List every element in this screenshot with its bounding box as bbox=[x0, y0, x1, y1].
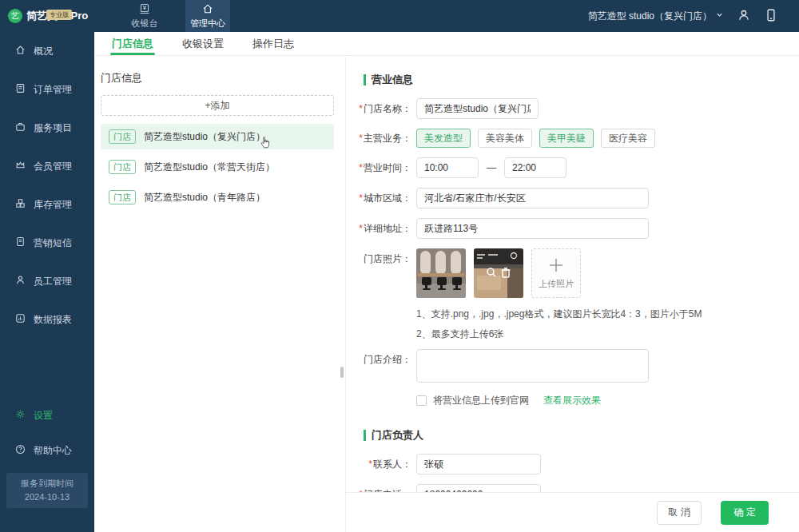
publish-official-checkbox[interactable] bbox=[416, 395, 427, 406]
topbar-right: 简艺造型 studio（复兴门店） bbox=[588, 8, 799, 25]
sidebar-item-reports[interactable]: 数据报表 bbox=[0, 300, 94, 339]
store-tag: 门店 bbox=[109, 190, 136, 204]
store-list-item[interactable]: 门店 简艺造型studio（复兴门店） bbox=[101, 124, 334, 149]
store-intro-textarea[interactable] bbox=[416, 349, 649, 383]
cancel-button[interactable]: 取 消 bbox=[657, 501, 702, 525]
field-label: 详细地址： bbox=[364, 223, 411, 234]
sidebar-item-orders[interactable]: 订单管理 bbox=[0, 70, 94, 109]
store-phone-input[interactable] bbox=[416, 484, 541, 492]
service-bag-icon bbox=[14, 121, 26, 135]
field-business-hours: *营业时间： — bbox=[357, 157, 799, 178]
section-accent-bar bbox=[364, 74, 366, 85]
management-home-icon bbox=[201, 2, 214, 17]
field-store-phone: *门店电话： bbox=[357, 484, 799, 492]
add-store-button[interactable]: +添加 bbox=[101, 95, 334, 116]
required-mark: * bbox=[359, 103, 363, 114]
field-label: 城市区域： bbox=[364, 193, 411, 204]
store-name: 简艺造型studio（常营天街店） bbox=[144, 161, 275, 174]
sidebar: 概况 订单管理 服务项目 会员管理 库存管理 营销短信 员工管理 数据报表 设置… bbox=[0, 32, 94, 532]
sms-icon bbox=[14, 236, 26, 250]
nav-management[interactable]: 管理中心 bbox=[185, 0, 230, 32]
sidebar-item-label: 会员管理 bbox=[34, 160, 72, 173]
required-mark: * bbox=[359, 193, 363, 204]
photo-hint-2: 2、最多支持上传6张 bbox=[416, 328, 799, 341]
store-photo-interior[interactable] bbox=[416, 248, 466, 298]
sidebar-item-label: 帮助中心 bbox=[34, 444, 72, 458]
close-time-input[interactable] bbox=[504, 157, 566, 178]
store-switcher[interactable]: 简艺造型 studio（复兴门店） bbox=[588, 10, 724, 23]
form-footer: 取 消 确 定 bbox=[346, 492, 799, 532]
publish-official-label: 将营业信息上传到官网 bbox=[433, 394, 529, 407]
form-scroll-area: 营业信息 *门店名称： *主营业务： 美发造型 美容美体 美甲美睫 医疗美容 *… bbox=[346, 57, 799, 492]
store-name: 简艺造型studio（青年路店） bbox=[144, 191, 265, 204]
required-mark: * bbox=[359, 162, 363, 173]
cash-register-icon bbox=[138, 2, 151, 17]
store-list-item[interactable]: 门店 简艺造型studio（青年路店） bbox=[101, 185, 334, 210]
service-expiry-label: 服务到期时间 bbox=[8, 477, 86, 490]
order-icon bbox=[14, 82, 26, 97]
tab-cashier-settings[interactable]: 收银设置 bbox=[179, 32, 227, 55]
service-expiry-date: 2024-10-13 bbox=[8, 490, 86, 504]
field-store-name: *门店名称： bbox=[357, 98, 799, 119]
edition-badge: 专业版 bbox=[46, 10, 72, 20]
tab-store-info[interactable]: 门店信息 bbox=[109, 32, 157, 55]
field-store-photos: 门店照片： bbox=[357, 248, 799, 298]
sidebar-item-staff[interactable]: 员工管理 bbox=[0, 262, 94, 300]
report-chart-icon bbox=[14, 312, 26, 327]
plus-icon bbox=[547, 256, 565, 276]
store-photo-storefront[interactable] bbox=[474, 248, 523, 298]
nav-cashier-label: 收银台 bbox=[132, 18, 158, 30]
sidebar-item-help[interactable]: 帮助中心 bbox=[0, 435, 94, 466]
sidebar-item-inventory[interactable]: 库存管理 bbox=[0, 185, 94, 224]
open-time-input[interactable] bbox=[416, 157, 479, 178]
scrollbar-thumb[interactable] bbox=[340, 367, 344, 378]
required-mark: * bbox=[359, 223, 363, 234]
sidebar-item-overview[interactable]: 概况 bbox=[0, 32, 94, 70]
tab-operation-log[interactable]: 操作日志 bbox=[249, 32, 297, 55]
biz-tag-beauty[interactable]: 美容美体 bbox=[478, 129, 532, 148]
address-input[interactable] bbox=[416, 218, 649, 239]
biz-tag-medical[interactable]: 医疗美容 bbox=[601, 129, 655, 148]
account-icon[interactable] bbox=[737, 8, 751, 25]
city-region-input[interactable] bbox=[416, 188, 649, 208]
field-label: 主营业务： bbox=[364, 133, 411, 144]
crown-icon bbox=[14, 159, 26, 173]
contact-input[interactable] bbox=[416, 454, 541, 474]
mobile-device-icon[interactable] bbox=[764, 8, 778, 25]
chevron-down-icon bbox=[715, 10, 724, 22]
sidebar-item-settings[interactable]: 设置 bbox=[0, 396, 94, 435]
store-name-input[interactable] bbox=[416, 98, 539, 119]
sidebar-item-members[interactable]: 会员管理 bbox=[0, 147, 94, 185]
time-range-separator: — bbox=[487, 162, 496, 173]
help-icon bbox=[14, 443, 26, 458]
store-list-panel: 门店信息 +添加 门店 简艺造型studio（复兴门店） 门店 简艺造型stud… bbox=[94, 57, 346, 532]
tab-bar: 门店信息 收银设置 操作日志 bbox=[94, 32, 799, 56]
upload-photo-button[interactable]: 上传照片 bbox=[531, 248, 581, 298]
field-store-intro: 门店介绍： bbox=[357, 349, 799, 383]
top-bar: 艺 简艺美业 Pro 专业版 收银台 管理中心 简艺造型 bbox=[0, 0, 799, 32]
store-switcher-label: 简艺造型 studio（复兴门店） bbox=[588, 10, 712, 23]
required-mark: * bbox=[359, 133, 363, 144]
biz-tag-hair[interactable]: 美发造型 bbox=[416, 129, 471, 148]
main-area: 门店信息 收银设置 操作日志 门店信息 +添加 门店 简艺造型studio（复兴… bbox=[94, 32, 799, 532]
brand-icon: 艺 bbox=[8, 9, 22, 23]
upload-photo-label: 上传照片 bbox=[539, 278, 574, 290]
publish-official-row: 将营业信息上传到官网 查看展示效果 bbox=[416, 394, 799, 407]
sidebar-item-label: 营销短信 bbox=[34, 236, 72, 250]
sidebar-item-services[interactable]: 服务项目 bbox=[0, 109, 94, 147]
confirm-button[interactable]: 确 定 bbox=[721, 501, 769, 525]
preview-effect-link[interactable]: 查看展示效果 bbox=[543, 394, 601, 407]
field-city-region: *城市区域： bbox=[357, 188, 799, 208]
field-label: 门店介绍： bbox=[364, 354, 411, 365]
sidebar-item-label: 数据报表 bbox=[34, 313, 72, 327]
staff-person-icon bbox=[14, 274, 26, 288]
top-nav: 收银台 管理中心 bbox=[122, 0, 230, 32]
sidebar-item-label: 服务项目 bbox=[34, 121, 72, 135]
field-label: 门店照片： bbox=[364, 253, 411, 264]
sidebar-item-sms[interactable]: 营销短信 bbox=[0, 224, 94, 262]
app-logo: 艺 简艺美业 Pro 专业版 bbox=[0, 9, 94, 23]
nav-cashier[interactable]: 收银台 bbox=[122, 0, 167, 32]
store-list-item[interactable]: 门店 简艺造型studio（常营天街店） bbox=[101, 154, 334, 180]
biz-tag-nails[interactable]: 美甲美睫 bbox=[539, 129, 594, 148]
section-title: 门店负责人 bbox=[372, 428, 423, 443]
